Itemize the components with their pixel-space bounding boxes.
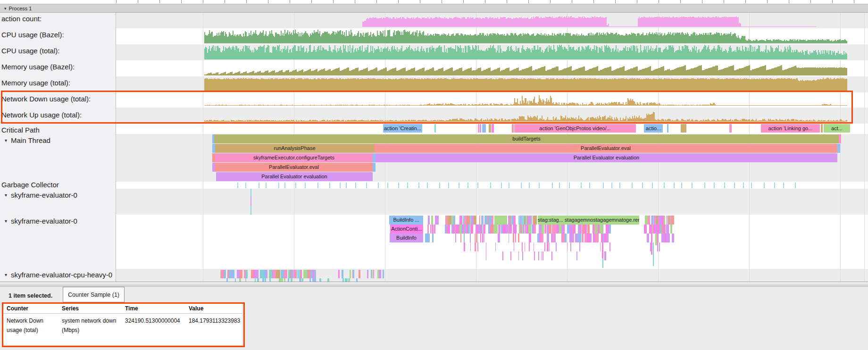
slice-cluster-cpu-heavy-sparse[interactable] — [338, 270, 384, 278]
skyframe-evaluator-slice[interactable]: ActionConti... — [390, 225, 423, 233]
slice-cluster-sky-a-ticks[interactable] — [428, 216, 439, 225]
slice-cluster-sky-d-drips[interactable] — [464, 242, 610, 251]
track-row-network-up-usage-total[interactable]: Network Up usage (total): — [0, 110, 117, 120]
skyframe-evaluator-slice[interactable] — [651, 233, 652, 255]
ruler-tick — [376, 0, 377, 3]
skyframe-evaluator-slice[interactable]: BuildInfo ... — [389, 216, 423, 225]
track-row-memory-usage-total[interactable]: Memory usage (total): — [0, 78, 117, 88]
critical-path-slice[interactable]: act... — [824, 124, 850, 133]
skyframe-evaluator-slice[interactable] — [602, 242, 603, 258]
details-table-row[interactable]: Network Down usage (total)system network… — [3, 314, 242, 335]
details-table-header: CounterSeriesTimeValue — [3, 304, 242, 314]
collapse-arrow-icon[interactable]: ▾ — [5, 270, 7, 280]
main-thread-slice[interactable] — [837, 144, 840, 153]
timeline-ruler[interactable] — [0, 0, 868, 4]
slice-cluster-sky-b-ticks[interactable] — [427, 225, 435, 233]
main-thread-slice[interactable]: runAnalysisPhase — [215, 144, 374, 153]
critical-path-slice[interactable]: action 'Creatin... — [383, 124, 422, 133]
track-row-garbage-collector[interactable]: Garbage Collector — [0, 180, 117, 190]
collapse-arrow-icon[interactable]: ▾ — [5, 190, 7, 200]
ruler-tick — [507, 0, 507, 3]
track-row-action-count[interactable]: action count: — [0, 14, 117, 24]
critical-path-slice[interactable] — [667, 124, 668, 133]
slice-cluster-sky-a-dense1[interactable] — [445, 216, 493, 225]
track-row-skyframe-evaluator-cpu-heavy-0[interactable]: ▾skyframe-evaluator-cpu-heavy-0 — [0, 270, 116, 280]
skyframe-evaluator-slice[interactable] — [250, 197, 251, 206]
skyframe-evaluator-slice[interactable] — [653, 242, 654, 266]
track-label-text: CPU usage (Bazel): — [1, 30, 64, 40]
track-label-text: Memory usage (total): — [1, 78, 70, 88]
critical-path-slice[interactable] — [480, 124, 481, 133]
details-column-header: Time — [122, 304, 185, 313]
critical-path-slice[interactable] — [492, 124, 494, 133]
ruler-tick — [659, 0, 659, 3]
skyframe-evaluator-slice[interactable] — [425, 233, 430, 242]
skyframe-evaluator-slice[interactable]: stag:stag... stagagemnostagagemnatoge.re… — [538, 216, 639, 225]
main-thread-slice[interactable]: ParallelEvaluator.eval — [374, 144, 837, 153]
critical-path-slice[interactable] — [478, 124, 479, 133]
track-label-text: Main Thread — [11, 135, 50, 146]
collapse-arrow-icon: ▾ — [4, 6, 7, 11]
slice-cluster-sky-e-drips[interactable] — [486, 251, 606, 260]
ruler-tick — [637, 0, 637, 3]
tab-label: Counter Sample (1) — [68, 292, 119, 298]
details-panel: 1 item selected. Counter Sample (1) Coun… — [0, 287, 868, 350]
track-row-network-down-usage-total[interactable]: Network Down usage (total): — [0, 94, 117, 104]
ruler-tick — [246, 0, 247, 3]
track-row-memory-usage-bazel[interactable]: Memory usage (Bazel): — [0, 62, 117, 72]
ruler-tick — [203, 0, 203, 3]
collapse-arrow-icon[interactable]: ▾ — [5, 135, 7, 146]
track-label-text: skyframe-evaluator-0 — [11, 216, 77, 226]
skyframe-evaluator-slice[interactable] — [432, 233, 434, 242]
track-row-critical-path[interactable]: Critical Path — [0, 125, 117, 135]
process-1-header[interactable]: ▾ Process 1 — [0, 4, 868, 13]
critical-path-slice[interactable] — [512, 124, 514, 133]
critical-path-slice[interactable]: actio... — [644, 124, 663, 133]
tab-counter-sample[interactable]: Counter Sample (1) — [63, 287, 125, 302]
ruler-tick — [680, 0, 681, 3]
main-thread-slice[interactable]: ParallelEvaluator.eval — [215, 163, 373, 172]
critical-path-slice[interactable] — [489, 124, 491, 133]
skyframe-evaluator-slice[interactable] — [655, 233, 657, 245]
collapse-arrow-icon[interactable]: ▾ — [5, 216, 7, 226]
critical-path-slice[interactable] — [729, 124, 732, 133]
slice-cluster-gc-ticks[interactable] — [237, 183, 796, 188]
details-table-cell: system network down (Mbps) — [58, 316, 122, 335]
slice-cluster-sky-c-dense[interactable] — [537, 233, 609, 242]
critical-path-slice[interactable]: action 'Linking go... — [761, 124, 820, 133]
ruler-tick — [767, 0, 768, 3]
ruler-tick — [789, 0, 789, 3]
ruler-tick — [572, 0, 572, 3]
slice-cluster-sky-b-dense[interactable] — [445, 225, 611, 233]
critical-path-slice[interactable] — [681, 124, 686, 133]
critical-path-slice[interactable] — [434, 124, 436, 133]
skyframe-evaluator-slice[interactable] — [494, 216, 507, 225]
track-row-skyframe-evaluator-0[interactable]: ▾skyframe-evaluator-0 — [0, 216, 116, 226]
main-thread-slice[interactable]: skyframeExecutor.configureTargets — [215, 153, 373, 162]
critical-path-slice[interactable] — [482, 124, 486, 133]
track-row-main-thread[interactable]: ▾Main Thread — [0, 135, 116, 146]
slice-cluster-cpu-heavy-sub2[interactable] — [342, 278, 358, 282]
track-row-cpu-usage-total[interactable]: CPU usage (total): — [0, 46, 117, 56]
skyframe-evaluator-slice[interactable]: BuildInfo — [390, 233, 423, 242]
critical-path-slice[interactable] — [821, 124, 823, 133]
slice-cluster-sky-c-sparse[interactable] — [455, 233, 531, 242]
slice-cluster-sky-a-dense2[interactable] — [508, 216, 537, 225]
main-thread-slice[interactable]: Parallel Evaluator evaluation — [216, 172, 373, 181]
slice-cluster-sky-a-dense3[interactable] — [645, 216, 674, 225]
slice-cluster-sky-b-dense2[interactable] — [644, 225, 672, 233]
ruler-tick — [355, 0, 355, 3]
details-table-body: Network Down usage (total)system network… — [3, 314, 242, 335]
ruler-tick — [702, 0, 702, 3]
track-row-skyframe-evaluator-0[interactable]: ▾skyframe-evaluator-0 — [0, 190, 116, 200]
slice-cluster-cpu-heavy-sub[interactable] — [226, 278, 329, 282]
main-thread-slice[interactable] — [839, 134, 841, 143]
slice-cluster-cpu-heavy-dense[interactable] — [220, 270, 316, 278]
skyframe-evaluator-slice[interactable] — [602, 258, 603, 268]
main-thread-slice[interactable]: Parallel Evaluator evaluation — [376, 153, 837, 162]
track-label-text: Network Up usage (total): — [1, 110, 82, 120]
critical-path-slice[interactable]: action 'GenObjcProtos video/... — [514, 124, 636, 133]
track-row-cpu-usage-bazel[interactable]: CPU usage (Bazel): — [0, 30, 117, 40]
main-thread-slice[interactable]: buildTargets — [214, 134, 839, 143]
main-thread-slice[interactable] — [373, 163, 376, 172]
